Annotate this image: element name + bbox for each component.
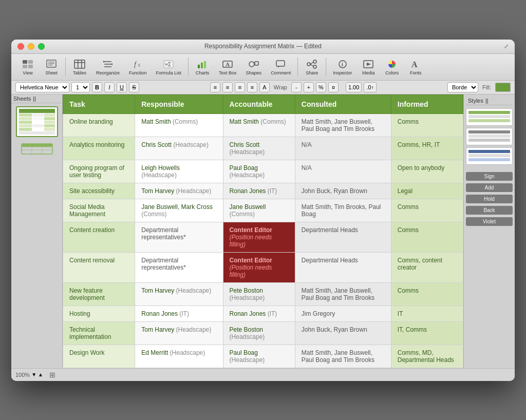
zoom-up-button[interactable]: ▲ [38, 372, 43, 377]
border-select[interactable]: Border [447, 82, 478, 92]
style-btn-violet[interactable]: Violet [466, 217, 513, 226]
cell-task[interactable]: Online branding [63, 113, 135, 137]
cell-responsible[interactable]: Chris Scott (Headscape) [135, 137, 223, 160]
minimize-button[interactable] [28, 43, 34, 50]
toolbar-share[interactable]: Share [300, 57, 323, 77]
cell-consulted[interactable]: Jim Gregory [295, 306, 391, 321]
zoom-down-button[interactable]: ▼ [31, 372, 36, 377]
font-size-minus[interactable]: - [291, 82, 302, 92]
font-size-plus[interactable]: + [304, 82, 314, 92]
cell-consulted[interactable]: N/A [295, 137, 391, 160]
align-right-button[interactable]: ≡ [235, 82, 245, 92]
cell-accountable[interactable]: Content Editor (Position needs filling) [223, 222, 295, 252]
style-item-3[interactable] [466, 147, 513, 165]
sheet-icon-bottom[interactable]: ⊞ [49, 371, 55, 379]
percent-button[interactable]: % [316, 82, 326, 92]
cell-accountable[interactable]: Ronan Jones (IT) [223, 306, 295, 321]
cell-task[interactable]: Site accessibility [63, 183, 135, 199]
toolbar-formula-list[interactable]: =Σ Formula List [152, 57, 186, 77]
toolbar-fonts[interactable]: A Fonts [404, 57, 427, 77]
cell-informed[interactable]: Comms [391, 199, 463, 222]
cell-responsible[interactable]: Ed Merritt (Headscape) [135, 345, 223, 368]
style-item-1[interactable] [466, 108, 513, 126]
cell-task[interactable]: Social Media Management [63, 199, 135, 222]
toolbar-view[interactable]: View [16, 57, 39, 77]
cell-informed[interactable]: Comms, content creator [391, 252, 463, 282]
underline-button[interactable]: U [117, 82, 127, 92]
cell-informed[interactable]: Comms [391, 113, 463, 137]
align-left-button[interactable]: ≡ [210, 82, 220, 92]
italic-button[interactable]: I [104, 82, 115, 92]
cell-task[interactable]: New feature development [63, 282, 135, 306]
font-size-select[interactable]: 12 [71, 82, 90, 92]
cell-task[interactable]: Analytics monitoring [63, 137, 135, 160]
style-btn-back[interactable]: Back [466, 206, 513, 215]
cell-informed[interactable]: Comms, MD, Departmental Heads [391, 345, 463, 368]
cell-accountable[interactable]: Paul Boag (Headscape) [223, 345, 295, 368]
close-button[interactable] [17, 43, 24, 50]
cell-accountable[interactable]: Matt Smith (Comms) [223, 113, 295, 137]
cell-informed[interactable]: Open to anybody [391, 160, 463, 183]
cell-task[interactable]: Content creation [63, 222, 135, 252]
cell-consulted[interactable]: Matt Smith, Jane Buswell, Paul Boag and … [295, 113, 391, 137]
cell-informed[interactable]: IT, Comms [391, 321, 463, 345]
cell-accountable[interactable]: Pete Boston (Headscape) [223, 321, 295, 345]
cell-informed[interactable]: Legal [391, 183, 463, 199]
toolbar-media[interactable]: Media [357, 57, 380, 77]
bold-button[interactable]: B [92, 82, 102, 92]
styles-collapse[interactable]: || [485, 98, 489, 104]
cell-consulted[interactable]: N/A [295, 160, 391, 183]
cell-consulted[interactable]: Matt Smith, Jane Buswell, Paul Boag and … [295, 345, 391, 368]
align-center-button[interactable]: ≡ [222, 82, 233, 92]
cell-task[interactable]: Design Work [63, 345, 135, 368]
cell-consulted[interactable]: Matt Smith, Jane Buswell, Paul Boag and … [295, 282, 391, 306]
cell-responsible[interactable]: Ronan Jones (IT) [135, 306, 223, 321]
cell-task[interactable]: Content removal [63, 252, 135, 282]
cell-responsible[interactable]: Tom Harvey (Headscape) [135, 321, 223, 345]
cell-informed[interactable]: Comms, HR, IT [391, 137, 463, 160]
cell-consulted[interactable]: Matt Smith, Tim Brooks, Paul Boag [295, 199, 391, 222]
style-btn-hold[interactable]: Hold [466, 195, 513, 203]
cell-informed[interactable]: Comms [391, 222, 463, 252]
cell-accountable[interactable]: Pete Boston (Headscape) [223, 282, 295, 306]
toolbar-tables[interactable]: Tables [68, 57, 91, 77]
currency-button[interactable]: ¤ [328, 82, 339, 92]
sheets-collapse[interactable]: || [33, 96, 36, 102]
toolbar-comment[interactable]: Comment [267, 57, 295, 77]
cell-accountable[interactable]: Chris Scott (Headscape) [223, 137, 295, 160]
cell-informed[interactable]: Comms [391, 282, 463, 306]
toolbar-shapes[interactable]: Shapes [242, 57, 266, 77]
cell-task[interactable]: Technical implementation [63, 321, 135, 345]
cell-responsible[interactable]: Departmental representatives* [135, 222, 223, 252]
cell-consulted[interactable]: Departmental Heads [295, 222, 391, 252]
cell-task[interactable]: Hosting [63, 306, 135, 321]
style-btn-add[interactable]: Add [466, 183, 513, 192]
cell-accountable[interactable]: Paul Boag (Headscape) [223, 160, 295, 183]
strikethrough-button[interactable]: S [129, 82, 139, 92]
decimal-up[interactable]: .0↑ [364, 82, 377, 92]
font-family-select[interactable]: Helvetica Neue [15, 82, 69, 92]
cell-accountable[interactable]: Ronan Jones (IT) [223, 183, 295, 199]
cell-responsible[interactable]: Leigh Howells (Headscape) [135, 160, 223, 183]
cell-accountable[interactable]: Jane Buswell (Comms) [223, 199, 295, 222]
toolbar-sheet[interactable]: Sheet [40, 57, 63, 77]
cell-informed[interactable]: IT [391, 306, 463, 321]
decimal-down[interactable]: 1.00 [346, 82, 362, 92]
toolbar-function[interactable]: f x Function [125, 57, 151, 77]
toolbar-reorganize[interactable]: Reorganize [92, 57, 124, 77]
toolbar-colors[interactable]: Colors [381, 57, 403, 77]
cell-accountable[interactable]: Content Editor (Position needs filling) [223, 252, 295, 282]
toolbar-inspector[interactable]: i Inspector [329, 57, 356, 77]
expand-icon[interactable]: ⤢ [504, 43, 509, 50]
cell-consulted[interactable]: Departmental Heads [295, 252, 391, 282]
cell-responsible[interactable]: Departmental representatives* [135, 252, 223, 282]
sheet-thumbnail[interactable] [16, 106, 58, 137]
maximize-button[interactable] [38, 43, 45, 50]
cell-responsible[interactable]: Tom Harvey (Headscape) [135, 183, 223, 199]
toolbar-text-box[interactable]: A Text Box [215, 57, 241, 77]
cell-consulted[interactable]: John Buck, Ryan Brown [295, 183, 391, 199]
cell-task[interactable]: Ongoing program of user testing [63, 160, 135, 183]
align-justify-button[interactable]: ≡ [247, 82, 257, 92]
toolbar-charts[interactable]: Charts [191, 57, 214, 77]
fill-color-swatch[interactable] [495, 83, 511, 92]
